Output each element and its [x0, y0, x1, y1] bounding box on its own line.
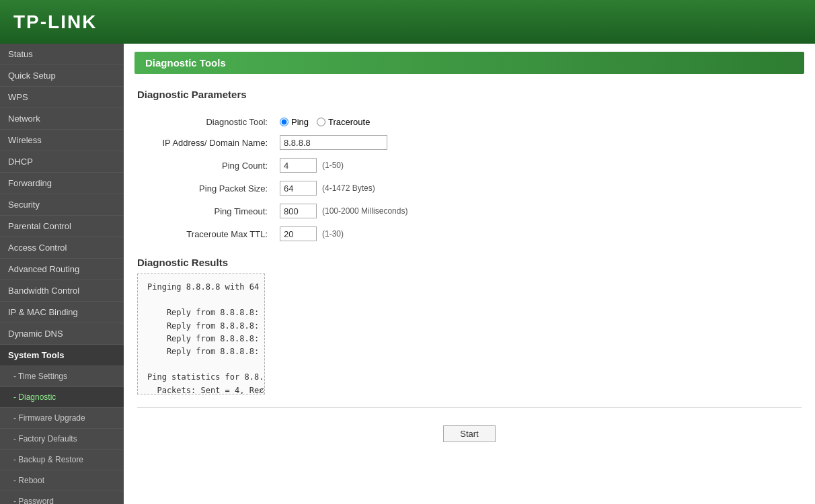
sidebar-item-security[interactable]: Security: [0, 194, 124, 216]
sidebar-item-parental-control[interactable]: Parental Control: [0, 216, 124, 237]
sidebar-item-password[interactable]: - Password: [0, 491, 124, 504]
ping-timeout-control: (100-2000 Milliseconds): [274, 200, 800, 222]
tool-label: Diagnostic Tool:: [139, 114, 273, 130]
ping-count-control: (1-50): [274, 155, 800, 176]
content-area: Diagnostic Parameters Diagnostic Tool: P…: [124, 82, 815, 462]
traceroute-ttl-hint: (1-30): [322, 229, 344, 239]
divider: [137, 407, 802, 408]
start-button[interactable]: Start: [443, 425, 495, 442]
sidebar-item-bandwidth-control[interactable]: Bandwidth Control: [0, 280, 124, 302]
diagnostic-tool-radio-group: Ping Traceroute: [280, 117, 795, 127]
header: TP-LINK: [0, 0, 815, 44]
traceroute-radio[interactable]: [317, 118, 325, 126]
tool-control: Ping Traceroute: [274, 114, 800, 130]
ip-control: [274, 132, 800, 153]
tool-row: Diagnostic Tool: Ping Traceroute: [139, 114, 800, 130]
ping-count-label: Ping Count:: [139, 155, 273, 176]
ping-packet-input[interactable]: [280, 181, 317, 196]
params-heading: Diagnostic Parameters: [137, 89, 802, 103]
sidebar-item-reboot[interactable]: - Reboot: [0, 470, 124, 491]
sidebar-item-firmware-upgrade[interactable]: - Firmware Upgrade: [0, 408, 124, 429]
sidebar-item-access-control[interactable]: Access Control: [0, 237, 124, 259]
ping-packet-control: (4-1472 Bytes): [274, 177, 800, 199]
traceroute-ttl-input[interactable]: [280, 226, 317, 241]
ping-count-input[interactable]: [280, 158, 317, 173]
ping-timeout-label: Ping Timeout:: [139, 200, 273, 222]
traceroute-ttl-control: (1-30): [274, 223, 800, 245]
page-title-bar: Diagnostic Tools: [134, 52, 804, 74]
sidebar-item-backup-restore[interactable]: - Backup & Restore: [0, 450, 124, 470]
results-textarea[interactable]: [137, 274, 265, 394]
page-title: Diagnostic Tools: [145, 57, 226, 69]
ip-input[interactable]: [280, 135, 387, 150]
ip-label: IP Address/ Domain Name:: [139, 132, 273, 153]
sidebar-item-network[interactable]: Network: [0, 108, 124, 130]
sidebar-item-ip-mac-binding[interactable]: IP & MAC Binding: [0, 302, 124, 323]
sidebar: Status Quick Setup WPS Network Wireless …: [0, 44, 124, 504]
sidebar-item-forwarding[interactable]: Forwarding: [0, 173, 124, 194]
sidebar-item-wireless[interactable]: Wireless: [0, 130, 124, 151]
ping-radio[interactable]: [280, 118, 288, 126]
sidebar-item-quick-setup[interactable]: Quick Setup: [0, 65, 124, 87]
traceroute-ttl-label: Traceroute Max TTL:: [139, 223, 273, 245]
sidebar-item-factory-defaults[interactable]: - Factory Defaults: [0, 429, 124, 450]
ping-packet-hint: (4-1472 Bytes): [322, 183, 375, 193]
results-section: Diagnostic Results ⟋: [137, 257, 802, 396]
traceroute-radio-text: Traceroute: [328, 117, 370, 127]
ping-timeout-hint: (100-2000 Milliseconds): [322, 206, 408, 216]
layout: Status Quick Setup WPS Network Wireless …: [0, 44, 815, 504]
ping-timeout-input[interactable]: [280, 204, 317, 218]
sidebar-item-diagnostic[interactable]: - Diagnostic: [0, 387, 124, 408]
sidebar-item-system-tools[interactable]: System Tools: [0, 345, 124, 366]
results-heading: Diagnostic Results: [137, 257, 802, 268]
ping-count-hint: (1-50): [322, 161, 344, 170]
ping-count-row: Ping Count: (1-50): [139, 155, 800, 176]
traceroute-radio-label[interactable]: Traceroute: [317, 117, 370, 127]
sidebar-item-time-settings[interactable]: - Time Settings: [0, 366, 124, 387]
ping-packet-row: Ping Packet Size: (4-1472 Bytes): [139, 177, 800, 199]
ping-radio-text: Ping: [291, 117, 309, 127]
start-btn-row: Start: [137, 419, 802, 456]
params-form: Diagnostic Tool: Ping Traceroute: [137, 112, 802, 246]
sidebar-item-dhcp[interactable]: DHCP: [0, 151, 124, 173]
sidebar-item-dynamic-dns[interactable]: Dynamic DNS: [0, 323, 124, 345]
sidebar-item-status[interactable]: Status: [0, 44, 124, 65]
ping-timeout-row: Ping Timeout: (100-2000 Milliseconds): [139, 200, 800, 222]
sidebar-item-wps[interactable]: WPS: [0, 87, 124, 108]
traceroute-ttl-row: Traceroute Max TTL: (1-30): [139, 223, 800, 245]
ip-row: IP Address/ Domain Name:: [139, 132, 800, 153]
main-content: Diagnostic Tools Diagnostic Parameters D…: [124, 44, 815, 504]
resize-handle-icon: ⟋: [254, 386, 262, 395]
ping-packet-label: Ping Packet Size:: [139, 177, 273, 199]
sidebar-item-advanced-routing[interactable]: Advanced Routing: [0, 259, 124, 280]
logo: TP-LINK: [13, 11, 97, 33]
ping-radio-label[interactable]: Ping: [280, 117, 309, 127]
